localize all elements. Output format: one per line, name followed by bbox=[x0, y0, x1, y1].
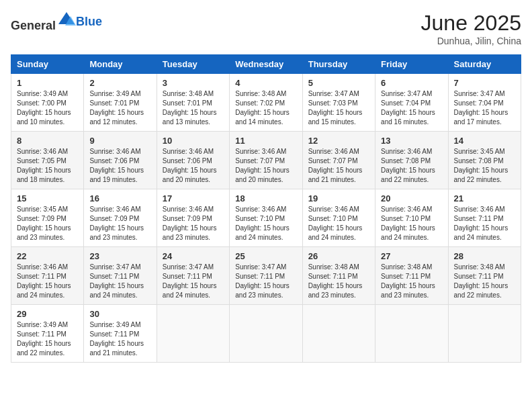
calendar-cell: 20Sunrise: 3:46 AM Sunset: 7:10 PM Dayli… bbox=[375, 189, 448, 247]
calendar-body: 1Sunrise: 3:49 AM Sunset: 7:00 PM Daylig… bbox=[11, 74, 521, 363]
day-number: 3 bbox=[163, 78, 224, 88]
day-info: Sunrise: 3:46 AM Sunset: 7:11 PM Dayligh… bbox=[454, 205, 515, 242]
calendar-cell: 27Sunrise: 3:48 AM Sunset: 7:11 PM Dayli… bbox=[375, 247, 448, 305]
weekday-wednesday: Wednesday bbox=[230, 55, 302, 74]
weekday-header-row: SundayMondayTuesdayWednesdayThursdayFrid… bbox=[11, 55, 521, 74]
calendar-cell: 2Sunrise: 3:49 AM Sunset: 7:01 PM Daylig… bbox=[84, 74, 157, 132]
calendar-cell: 12Sunrise: 3:46 AM Sunset: 7:07 PM Dayli… bbox=[302, 132, 375, 189]
calendar-week-5: 29Sunrise: 3:49 AM Sunset: 7:11 PM Dayli… bbox=[11, 305, 521, 363]
day-info: Sunrise: 3:46 AM Sunset: 7:10 PM Dayligh… bbox=[308, 205, 369, 242]
weekday-tuesday: Tuesday bbox=[157, 55, 229, 74]
logo-icon bbox=[57, 11, 76, 30]
calendar-cell: 14Sunrise: 3:45 AM Sunset: 7:08 PM Dayli… bbox=[448, 132, 521, 189]
day-info: Sunrise: 3:49 AM Sunset: 7:11 PM Dayligh… bbox=[17, 320, 78, 358]
logo: General Blue bbox=[11, 11, 102, 33]
day-info: Sunrise: 3:46 AM Sunset: 7:08 PM Dayligh… bbox=[381, 147, 442, 185]
day-info: Sunrise: 3:46 AM Sunset: 7:07 PM Dayligh… bbox=[235, 147, 296, 185]
day-info: Sunrise: 3:49 AM Sunset: 7:00 PM Dayligh… bbox=[17, 89, 78, 127]
calendar-table: SundayMondayTuesdayWednesdayThursdayFrid… bbox=[11, 54, 521, 363]
calendar-cell: 11Sunrise: 3:46 AM Sunset: 7:07 PM Dayli… bbox=[230, 132, 302, 189]
day-number: 25 bbox=[235, 251, 296, 261]
logo-blue: Blue bbox=[76, 15, 102, 29]
day-number: 11 bbox=[235, 136, 296, 146]
day-info: Sunrise: 3:45 AM Sunset: 7:08 PM Dayligh… bbox=[454, 147, 515, 185]
day-number: 15 bbox=[17, 193, 78, 203]
day-number: 21 bbox=[454, 193, 515, 203]
location: Dunhua, Jilin, China bbox=[421, 36, 521, 46]
day-number: 12 bbox=[308, 136, 369, 146]
calendar-cell: 8Sunrise: 3:46 AM Sunset: 7:05 PM Daylig… bbox=[11, 132, 84, 189]
day-info: Sunrise: 3:47 AM Sunset: 7:11 PM Dayligh… bbox=[163, 263, 224, 300]
day-info: Sunrise: 3:46 AM Sunset: 7:06 PM Dayligh… bbox=[163, 147, 224, 185]
day-info: Sunrise: 3:46 AM Sunset: 7:07 PM Dayligh… bbox=[308, 147, 369, 185]
calendar-cell: 23Sunrise: 3:47 AM Sunset: 7:11 PM Dayli… bbox=[84, 247, 157, 305]
day-info: Sunrise: 3:46 AM Sunset: 7:09 PM Dayligh… bbox=[89, 205, 150, 242]
calendar-cell: 6Sunrise: 3:47 AM Sunset: 7:04 PM Daylig… bbox=[375, 74, 448, 132]
calendar-cell: 22Sunrise: 3:46 AM Sunset: 7:11 PM Dayli… bbox=[11, 247, 84, 305]
day-info: Sunrise: 3:48 AM Sunset: 7:11 PM Dayligh… bbox=[454, 263, 515, 300]
day-number: 2 bbox=[89, 78, 150, 88]
calendar-cell: 7Sunrise: 3:47 AM Sunset: 7:04 PM Daylig… bbox=[448, 74, 521, 132]
calendar-cell bbox=[302, 305, 375, 363]
calendar-cell: 13Sunrise: 3:46 AM Sunset: 7:08 PM Dayli… bbox=[375, 132, 448, 189]
calendar-cell: 25Sunrise: 3:47 AM Sunset: 7:11 PM Dayli… bbox=[230, 247, 302, 305]
day-info: Sunrise: 3:49 AM Sunset: 7:01 PM Dayligh… bbox=[89, 89, 150, 127]
day-info: Sunrise: 3:47 AM Sunset: 7:11 PM Dayligh… bbox=[89, 263, 150, 300]
calendar-cell: 26Sunrise: 3:48 AM Sunset: 7:11 PM Dayli… bbox=[302, 247, 375, 305]
day-number: 16 bbox=[89, 193, 150, 203]
weekday-saturday: Saturday bbox=[448, 55, 521, 74]
day-info: Sunrise: 3:47 AM Sunset: 7:11 PM Dayligh… bbox=[235, 263, 296, 300]
day-info: Sunrise: 3:46 AM Sunset: 7:09 PM Dayligh… bbox=[163, 205, 224, 242]
calendar-week-2: 8Sunrise: 3:46 AM Sunset: 7:05 PM Daylig… bbox=[11, 132, 521, 189]
calendar-cell: 21Sunrise: 3:46 AM Sunset: 7:11 PM Dayli… bbox=[448, 189, 521, 247]
calendar-cell: 18Sunrise: 3:46 AM Sunset: 7:10 PM Dayli… bbox=[230, 189, 302, 247]
day-number: 26 bbox=[308, 251, 369, 261]
day-number: 20 bbox=[381, 193, 442, 203]
calendar-cell bbox=[157, 305, 229, 363]
day-number: 14 bbox=[454, 136, 515, 146]
calendar-cell: 16Sunrise: 3:46 AM Sunset: 7:09 PM Dayli… bbox=[84, 189, 157, 247]
day-info: Sunrise: 3:46 AM Sunset: 7:10 PM Dayligh… bbox=[381, 205, 442, 242]
calendar-cell: 19Sunrise: 3:46 AM Sunset: 7:10 PM Dayli… bbox=[302, 189, 375, 247]
day-info: Sunrise: 3:46 AM Sunset: 7:05 PM Dayligh… bbox=[17, 147, 78, 185]
day-number: 5 bbox=[308, 78, 369, 88]
day-number: 18 bbox=[235, 193, 296, 203]
day-number: 29 bbox=[17, 309, 78, 319]
day-info: Sunrise: 3:49 AM Sunset: 7:11 PM Dayligh… bbox=[89, 320, 150, 358]
day-number: 9 bbox=[89, 136, 150, 146]
day-info: Sunrise: 3:47 AM Sunset: 7:04 PM Dayligh… bbox=[454, 89, 515, 127]
calendar-cell: 3Sunrise: 3:48 AM Sunset: 7:01 PM Daylig… bbox=[157, 74, 229, 132]
weekday-thursday: Thursday bbox=[302, 55, 375, 74]
day-number: 4 bbox=[235, 78, 296, 88]
calendar-cell bbox=[375, 305, 448, 363]
day-info: Sunrise: 3:46 AM Sunset: 7:10 PM Dayligh… bbox=[235, 205, 296, 242]
title-block: June 2025 Dunhua, Jilin, China bbox=[421, 11, 521, 46]
page-header: General Blue June 2025 Dunhua, Jilin, Ch… bbox=[11, 11, 521, 46]
day-info: Sunrise: 3:47 AM Sunset: 7:04 PM Dayligh… bbox=[381, 89, 442, 127]
day-info: Sunrise: 3:46 AM Sunset: 7:06 PM Dayligh… bbox=[89, 147, 150, 185]
calendar-cell: 28Sunrise: 3:48 AM Sunset: 7:11 PM Dayli… bbox=[448, 247, 521, 305]
weekday-sunday: Sunday bbox=[11, 55, 84, 74]
day-number: 28 bbox=[454, 251, 515, 261]
day-number: 27 bbox=[381, 251, 442, 261]
day-info: Sunrise: 3:46 AM Sunset: 7:11 PM Dayligh… bbox=[17, 263, 78, 300]
month-title: June 2025 bbox=[421, 11, 521, 36]
calendar-week-4: 22Sunrise: 3:46 AM Sunset: 7:11 PM Dayli… bbox=[11, 247, 521, 305]
day-info: Sunrise: 3:48 AM Sunset: 7:11 PM Dayligh… bbox=[308, 263, 369, 300]
day-number: 6 bbox=[381, 78, 442, 88]
day-info: Sunrise: 3:48 AM Sunset: 7:11 PM Dayligh… bbox=[381, 263, 442, 300]
calendar-cell: 17Sunrise: 3:46 AM Sunset: 7:09 PM Dayli… bbox=[157, 189, 229, 247]
day-info: Sunrise: 3:45 AM Sunset: 7:09 PM Dayligh… bbox=[17, 205, 78, 242]
day-number: 22 bbox=[17, 251, 78, 261]
day-number: 10 bbox=[163, 136, 224, 146]
weekday-monday: Monday bbox=[84, 55, 157, 74]
day-number: 13 bbox=[381, 136, 442, 146]
day-number: 17 bbox=[163, 193, 224, 203]
day-number: 1 bbox=[17, 78, 78, 88]
calendar-cell bbox=[448, 305, 521, 363]
day-info: Sunrise: 3:48 AM Sunset: 7:01 PM Dayligh… bbox=[163, 89, 224, 127]
calendar-week-3: 15Sunrise: 3:45 AM Sunset: 7:09 PM Dayli… bbox=[11, 189, 521, 247]
day-number: 30 bbox=[89, 309, 150, 319]
day-info: Sunrise: 3:48 AM Sunset: 7:02 PM Dayligh… bbox=[235, 89, 296, 127]
calendar-cell: 10Sunrise: 3:46 AM Sunset: 7:06 PM Dayli… bbox=[157, 132, 229, 189]
